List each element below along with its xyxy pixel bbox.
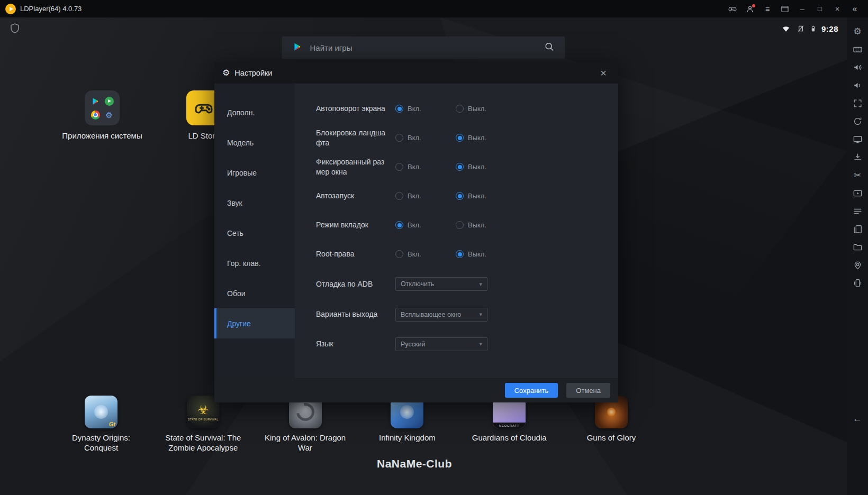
screenshot-icon[interactable] [848, 130, 866, 148]
shake-icon[interactable] [848, 274, 866, 292]
close-button[interactable]: × [829, 2, 845, 16]
settings-gear-icon: ⚙ [103, 109, 115, 121]
ldplayer-window: LDPlayer(64) 4.0.73 ≡ – □ × « [0, 0, 868, 495]
settings-nav: Дополн. Модель Игровые Звук Сеть Гор. кл… [214, 84, 295, 378]
virtual-location-icon[interactable] [848, 256, 866, 274]
shared-folder-icon[interactable] [848, 238, 866, 256]
radio-on-option[interactable]: Вкл. [395, 250, 456, 258]
adb-debug-select[interactable]: Отключить ▾ [395, 277, 487, 291]
titlebar: LDPlayer(64) 4.0.73 ≡ – □ × « [0, 0, 868, 17]
app-state-of-survival[interactable]: ☣ STATE OF SURVIVAL State of Survival: T… [154, 396, 252, 453]
scissors-icon[interactable]: ✂ [848, 166, 866, 184]
tab-zvuk[interactable]: Звук [214, 188, 295, 218]
maximize-button[interactable]: □ [812, 2, 828, 16]
tab-igrovye[interactable]: Игровые [214, 158, 295, 188]
tab-gor-klav[interactable]: Гор. клав. [214, 248, 295, 278]
gt-badge: Gt [109, 421, 115, 427]
folder-icon: ⚙ [85, 90, 120, 125]
setting-row-fixed-window: Фиксированный размер окна Вкл. Выкл. [295, 152, 618, 181]
app-guns-of-glory[interactable]: Guns of Glory [562, 396, 661, 453]
window-mode-icon[interactable] [777, 2, 793, 16]
setting-row-root: Root-права Вкл. Выкл. [295, 240, 618, 269]
wifi-icon [780, 24, 792, 33]
operations-icon[interactable] [848, 202, 866, 220]
setting-row-language: Язык Русский ▾ [295, 329, 618, 359]
emulator-toolbar: ⚙ ✂ [847, 17, 868, 495]
search-input[interactable]: Найти игры [282, 36, 565, 59]
setting-row-exit-options: Варианты выхода Всплывающее окно ▾ [295, 299, 618, 329]
dialog-footer: Сохранить Отмена [214, 378, 618, 402]
dialog-header: ⚙ Настройки × [214, 62, 618, 84]
app-label: Infinity Kingdom [379, 433, 436, 443]
app-guardians-of-cloudia[interactable]: NEOCRAFT Guardians of Cloudia [460, 396, 558, 453]
setting-row-autostart: Автозапуск Вкл. Выкл. [295, 181, 618, 210]
tab-drugie[interactable]: Другие [214, 308, 295, 338]
app-label: Guns of Glory [587, 433, 636, 443]
radio-off-option[interactable]: Выкл. [456, 105, 516, 113]
install-apk-icon[interactable] [848, 148, 866, 166]
radio-on-option[interactable]: Вкл. [395, 134, 456, 142]
screen-record-icon[interactable] [848, 184, 866, 202]
tab-set[interactable]: Сеть [214, 218, 295, 248]
tab-model[interactable]: Модель [214, 127, 295, 158]
keyboard-icon[interactable] [848, 40, 866, 58]
radio-off-option[interactable]: Выкл. [456, 250, 516, 258]
multi-instance-icon[interactable] [848, 220, 866, 238]
radio-off-option[interactable]: Выкл. [456, 192, 516, 200]
radio-off-option[interactable]: Выкл. [456, 134, 516, 142]
language-select[interactable]: Русский ▾ [395, 337, 487, 351]
play-games-icon [103, 95, 115, 107]
setting-row-adb: Отладка по ADB Отключить ▾ [295, 269, 618, 299]
rotate-screen-icon[interactable] [848, 112, 866, 130]
play-store-icon [89, 95, 101, 107]
app-king-of-avalon[interactable]: King of Avalon: Dragon War [256, 396, 355, 453]
gear-icon: ⚙ [222, 69, 230, 77]
setting-row-autorotate: Автоповорот экрана Вкл. Выкл. [295, 94, 618, 123]
collapse-sidebar-button[interactable]: « [847, 2, 863, 16]
tab-dopoln[interactable]: Дополн. [214, 97, 295, 127]
exit-options-select[interactable]: Всплывающее окно ▾ [395, 308, 487, 322]
setting-row-tabs-mode: Режим вкладок Вкл. Выкл. [295, 210, 618, 240]
app-label: Приложения системы [62, 131, 142, 140]
fullscreen-icon[interactable] [848, 94, 866, 112]
android-screen: 9:28 Найти игры [0, 17, 847, 495]
search-placeholder: Найти игры [310, 43, 352, 52]
close-icon[interactable]: × [596, 66, 610, 80]
battery-icon [810, 23, 817, 34]
cancel-button[interactable]: Отмена [566, 383, 610, 398]
chrome-icon [89, 109, 101, 121]
radio-on-option[interactable]: Вкл. [395, 192, 456, 200]
save-button[interactable]: Сохранить [505, 383, 558, 398]
naname-club-watermark: NaNaMe-Club [377, 457, 452, 470]
search-icon[interactable] [544, 41, 555, 54]
settings-gear-icon[interactable]: ⚙ [848, 22, 866, 40]
dynasty-origins-icon: Gt [85, 396, 117, 428]
settings-content: Автоповорот экрана Вкл. Выкл. Блокировка… [295, 84, 618, 378]
back-icon[interactable]: ← [848, 409, 866, 427]
game-dock: Gt Dynasty Origins: Conquest ☣ STATE OF … [52, 396, 661, 453]
user-icon[interactable] [742, 2, 758, 16]
ldplayer-logo-icon [5, 4, 16, 14]
controller-icon[interactable] [725, 2, 740, 16]
radio-on-option[interactable]: Вкл. [395, 221, 456, 229]
android-status-bar: 9:28 [0, 20, 847, 38]
app-label: Guardians of Cloudia [472, 433, 547, 443]
notification-dot [752, 4, 755, 7]
radio-on-option[interactable]: Вкл. [395, 163, 456, 171]
radio-off-option[interactable]: Выкл. [456, 221, 516, 229]
app-dynasty-origins[interactable]: Gt Dynasty Origins: Conquest [52, 396, 150, 453]
clock: 9:28 [821, 24, 838, 33]
no-sim-icon [797, 24, 805, 33]
volume-down-icon[interactable] [848, 76, 866, 94]
menu-icon[interactable]: ≡ [760, 2, 775, 16]
radio-on-option[interactable]: Вкл. [395, 105, 456, 113]
radio-off-option[interactable]: Выкл. [456, 163, 516, 171]
volume-up-icon[interactable] [848, 58, 866, 76]
tab-oboi[interactable]: Обои [214, 278, 295, 308]
minimize-button[interactable]: – [794, 2, 810, 16]
app-label: Dynasty Origins: Conquest [72, 433, 130, 453]
chevron-down-icon: ▾ [479, 311, 482, 318]
system-apps-folder[interactable]: ⚙ Приложения системы [60, 90, 144, 140]
app-infinity-kingdom[interactable]: Infinity Kingdom [358, 396, 456, 453]
chevron-down-icon: ▾ [479, 281, 482, 288]
